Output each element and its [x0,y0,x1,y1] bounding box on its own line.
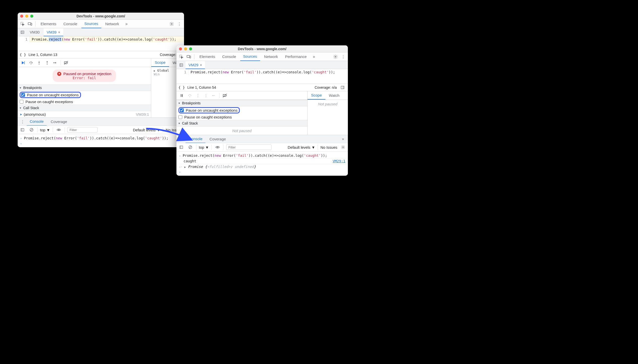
breakpoints-header[interactable]: ▼Breakpoints [18,84,151,91]
tab-elements[interactable]: Elements [196,52,218,61]
tab-elements[interactable]: Elements [38,20,59,28]
context-selector[interactable]: top ▼ [199,145,209,149]
tab-watch[interactable]: Watch [325,91,343,100]
close-window-icon[interactable] [179,47,182,50]
callstack-header[interactable]: ▼Call Stack [176,120,307,127]
titlebar: DevTools - www.google.com/ [18,13,184,20]
step-over-icon[interactable] [27,59,35,67]
filter-input[interactable] [67,127,98,133]
maximize-window-icon[interactable] [189,47,192,50]
minimize-window-icon[interactable] [25,15,28,18]
code-editor[interactable]: 1 Promise.reject(new Error('fail')).catc… [176,69,348,75]
navigator-toggle-icon[interactable] [19,29,26,36]
drawer-tab-coverage[interactable]: Coverage [48,118,70,126]
pause-uncaught-checkbox[interactable] [21,93,25,97]
svg-point-36 [212,95,213,96]
resume-icon[interactable] [19,59,27,67]
breakpoints-header[interactable]: ▼Breakpoints [176,100,307,106]
pause-uncaught-row[interactable]: Pause on uncaught exceptions [18,91,151,99]
kebab-menu-icon[interactable]: ⋮ [340,53,346,60]
drawer-tab-coverage[interactable]: Coverage [206,135,229,143]
svg-point-13 [53,62,54,63]
pause-caught-row[interactable]: Pause on caught exceptions [18,99,151,105]
close-icon[interactable]: × [200,63,202,67]
chevron-right-icon[interactable]: ▶ [184,166,186,168]
more-tabs-icon[interactable]: » [311,53,317,60]
tab-sources[interactable]: Sources [240,52,260,61]
context-selector[interactable]: top ▼ [40,128,50,132]
scope-pane: Scope Watch Not paused [308,91,348,135]
clear-console-icon[interactable] [187,144,194,150]
pause-caught-checkbox[interactable] [20,100,23,104]
kebab-menu-icon[interactable]: ⋮ [178,136,185,142]
more-tabs-icon[interactable]: » [123,21,130,27]
step-out-icon [202,92,210,99]
console-body[interactable]: › Promise.reject(new Error('fail')).catc… [176,151,348,176]
filter-input[interactable] [226,144,271,150]
tab-scope[interactable]: Scope [308,91,325,100]
pretty-print-icon[interactable]: { } [178,85,185,89]
file-tab-vm30[interactable]: VM30 [27,28,43,36]
callstack-header[interactable]: ▼Call Stack [18,105,151,111]
close-window-icon[interactable] [20,15,23,18]
console-source-link[interactable]: VM29:1 [332,159,345,163]
navigator-toggle-icon[interactable] [178,62,185,68]
pause-caught-row[interactable]: Pause on caught exceptions [176,114,307,120]
drawer-tab-console[interactable]: Console [27,118,47,126]
sidebar-toggle-icon[interactable] [19,127,26,133]
settings-icon[interactable] [168,21,175,27]
active-frame-icon: ➤ [20,113,22,116]
file-tab-vm29[interactable]: VM29 × [186,61,205,69]
pretty-print-icon[interactable]: { } [20,53,26,57]
settings-icon[interactable] [332,53,339,60]
console-body[interactable]: › Promise.reject(new Error('fail')).catc… [18,134,184,147]
tab-console[interactable]: Console [219,52,239,61]
svg-point-42 [217,147,218,148]
pause-error: Error: fail [73,76,96,80]
inspect-element-icon[interactable] [178,53,185,60]
minimize-window-icon[interactable] [184,47,187,50]
kebab-menu-icon[interactable]: ⋮ [19,118,26,125]
deactivate-breakpoints-icon[interactable] [221,92,229,99]
drawer-tab-console[interactable]: Console [186,135,205,143]
deactivate-breakpoints-icon[interactable] [62,59,70,67]
tab-performance[interactable]: Performance [282,52,310,61]
console-return-value[interactable]: ▶ Promise {<fulfilled>: undefined} [184,165,256,169]
console-settings-icon[interactable] [340,144,346,150]
inspect-element-icon[interactable] [19,21,26,27]
pause-uncaught-checkbox[interactable] [180,108,184,112]
device-toolbar-icon[interactable] [27,21,33,27]
sidebar-toggle-icon[interactable] [178,144,185,150]
tab-scope[interactable]: Scope [151,58,169,67]
close-icon[interactable]: × [58,30,60,34]
pause-icon[interactable] [178,92,186,99]
step-icon[interactable] [51,59,59,67]
code-editor[interactable]: 1 Promise.reject(new Error('fail')).catc… [18,36,184,42]
callstack-frame[interactable]: ➤(anonymous) VM39:1 [18,111,151,117]
live-expression-icon[interactable] [214,144,221,150]
file-tab-vm39[interactable]: VM39 × [44,28,63,36]
toggle-sidebar-icon[interactable] [339,84,346,91]
scope-global[interactable]: Global [157,69,169,72]
drawer-tabs: ⋮ Console Coverage × [176,135,348,143]
issues-label[interactable]: No Issues [320,145,337,149]
step-out-icon[interactable] [43,59,51,67]
chevron-right-icon[interactable]: ▶ [154,69,155,72]
tab-network[interactable]: Network [102,20,122,28]
live-expression-icon[interactable] [55,127,62,133]
tab-console[interactable]: Console [60,20,80,28]
clear-console-icon[interactable] [28,127,35,133]
device-toolbar-icon[interactable] [186,53,192,60]
maximize-window-icon[interactable] [30,15,33,18]
pause-caught-checkbox[interactable] [178,115,182,119]
log-levels[interactable]: Default levels ▼ [288,145,315,149]
tab-network[interactable]: Network [261,52,281,61]
step-into-icon[interactable] [35,59,43,67]
coverage-label: Coverage: n/a [315,85,337,89]
svg-point-7 [31,64,32,64]
kebab-menu-icon[interactable]: ⋮ [176,21,183,27]
log-levels[interactable]: Default levels ▼ [133,128,160,132]
tab-sources[interactable]: Sources [81,20,101,28]
pause-uncaught-row[interactable]: Pause on uncaught exceptions [176,106,307,114]
close-icon[interactable]: × [340,136,346,142]
